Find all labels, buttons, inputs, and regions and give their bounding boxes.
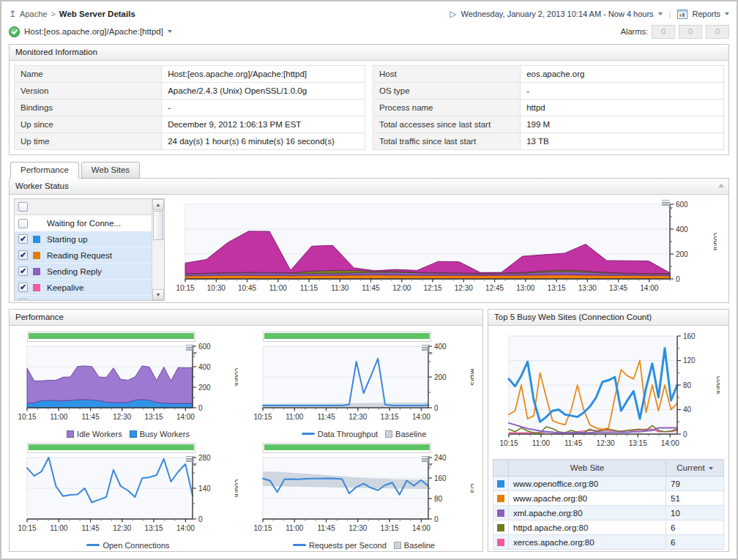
table-row[interactable]: xml.apache.org:8010 <box>493 506 724 520</box>
select-all-checkbox[interactable] <box>18 202 28 212</box>
legend-checkbox[interactable]: ✔ <box>18 250 28 260</box>
legend-label: Data Throughput <box>318 430 378 438</box>
svg-text:12:45: 12:45 <box>485 284 504 292</box>
series-color-swatch <box>497 480 504 488</box>
website-cell[interactable]: httpd.apache.org:80 <box>509 520 666 535</box>
status-ok-icon <box>9 26 20 37</box>
legend-checkbox[interactable] <box>18 219 28 228</box>
legend-label: Waiting for Conne... <box>47 219 121 228</box>
navigate-up-icon[interactable]: ↥ <box>9 9 16 19</box>
current-value-cell: 10 <box>666 506 724 520</box>
health-status-fill <box>264 444 430 450</box>
performance-chart-cell-idle-busy: 020040060010:1511:0011:4512:3013:1514:00… <box>15 332 241 437</box>
svg-text:13:45: 13:45 <box>609 284 627 292</box>
alarms-label: Alarms: <box>621 27 648 36</box>
chart-options-icon[interactable] <box>662 200 671 208</box>
alarm-count-boxes: 000 <box>652 25 729 39</box>
legend-checkbox[interactable]: ✔ <box>18 299 28 300</box>
legend-checkbox[interactable]: ✔ <box>18 283 28 292</box>
legend-item: Baseline <box>385 430 426 438</box>
panel-title: Monitored Information <box>10 45 728 61</box>
series-color-cell <box>493 506 509 520</box>
website-cell[interactable]: xerces.apache.org:80 <box>509 535 666 550</box>
chart-req-per-sec: 08016024010:1511:0011:4512:3013:1514:00c… <box>251 453 477 540</box>
table-row[interactable]: xerces.apache.org:806 <box>493 535 724 550</box>
info-value: - <box>521 83 724 100</box>
top5-body: 0408012016010:1511:0011:4512:3013:1514:0… <box>488 326 728 550</box>
performance-chart-cell-throughput: 020040010:1511:0011:4512:3013:1514:00MB/… <box>251 332 477 437</box>
scrollbar[interactable]: ▲ ▼ <box>152 199 164 300</box>
legend-row[interactable]: ✔Sending Reply <box>15 264 152 280</box>
breadcrumb-separator: > <box>51 10 55 18</box>
web-server-details-page: ↥ Apache > Web Server Details ▷​ Wednesd… <box>0 0 738 560</box>
website-cell[interactable]: www.openoffice.org:80 <box>509 477 666 491</box>
website-cell[interactable]: www.apache.org:80 <box>509 491 666 506</box>
breadcrumb-root[interactable]: Apache <box>20 10 47 18</box>
series-color-swatch <box>33 220 40 227</box>
legend-row[interactable]: ✔Starting up <box>15 231 152 247</box>
legend-checkbox[interactable]: ✔ <box>18 266 28 276</box>
scroll-up-icon[interactable]: ▲ <box>152 199 164 210</box>
svg-text:14:00: 14:00 <box>412 524 430 532</box>
svg-text:10:15: 10:15 <box>176 284 194 292</box>
legend-label: Busy Workers <box>140 430 190 438</box>
legend-swatch <box>86 544 100 546</box>
legend-item: Busy Workers <box>130 430 190 438</box>
svg-text:12:30: 12:30 <box>348 524 367 532</box>
health-status-fill <box>29 444 194 450</box>
current-value-cell: 51 <box>666 491 724 506</box>
chart-options-icon[interactable] <box>422 456 431 464</box>
chart-options-icon[interactable] <box>186 345 195 353</box>
series-color-cell <box>493 520 509 535</box>
svg-text:0: 0 <box>683 430 687 438</box>
info-value: eos.apache.org <box>521 66 724 83</box>
tab-performance[interactable]: Performance <box>10 162 79 179</box>
svg-text:140: 140 <box>198 485 211 493</box>
table-row[interactable]: httpd.apache.org:806 <box>493 520 724 535</box>
alarms-summary: Alarms: 000 <box>621 25 729 39</box>
tab-web-sites[interactable]: Web Sites <box>81 162 140 179</box>
svg-text:11:00: 11:00 <box>50 413 68 421</box>
scrollbar-thumb[interactable] <box>153 211 163 240</box>
svg-text:10:15: 10:15 <box>18 413 36 421</box>
table-row[interactable]: www.apache.org:8051 <box>493 491 724 506</box>
svg-text:11:30: 11:30 <box>331 284 349 292</box>
svg-text:280: 280 <box>198 454 211 462</box>
collapse-icon[interactable] <box>718 184 724 187</box>
time-range-selector[interactable]: Wednesday, January 2, 2013 10:14 AM - No… <box>461 10 653 18</box>
legend-checkbox[interactable]: ✔ <box>18 234 28 244</box>
table-row[interactable]: www.openoffice.org:8079 <box>493 477 724 491</box>
chart-options-icon[interactable] <box>422 345 431 353</box>
series-color-swatch <box>33 268 40 275</box>
chart-options-icon[interactable] <box>186 456 195 464</box>
info-value: 13 TB <box>521 133 724 150</box>
svg-text:0: 0 <box>434 404 439 412</box>
svg-text:13:15: 13:15 <box>548 284 566 292</box>
chevron-down-icon <box>168 30 172 33</box>
reports-button[interactable]: Reports <box>692 10 720 18</box>
scroll-down-icon[interactable]: ▼ <box>152 289 164 300</box>
website-column-header[interactable]: Web Site <box>509 460 666 477</box>
svg-text:13:15: 13:15 <box>381 413 399 421</box>
worker-status-body: Waiting for Conne...✔Starting up✔Reading… <box>10 195 728 302</box>
svg-text:0: 0 <box>198 404 203 412</box>
website-cell[interactable]: xml.apache.org:80 <box>509 506 666 520</box>
health-status-bar <box>27 332 195 342</box>
legend-row[interactable]: ✔Keepalive <box>15 280 152 296</box>
info-value: Apache/2.4.3 (Unix) OpenSSL/1.0.0g <box>162 83 365 100</box>
svg-text:14:00: 14:00 <box>412 413 430 421</box>
host-selector[interactable]: Host:[eos.apache.org]/Apache:[httpd] <box>9 26 172 37</box>
legend-item: Idle Workers <box>67 430 122 438</box>
series-color-swatch <box>497 509 504 517</box>
legend-row[interactable]: ✔Reading Request <box>15 247 152 264</box>
health-status-fill <box>264 333 430 339</box>
legend-swatch <box>394 542 401 549</box>
top5-websites-panel: Top 5 Busy Web Sites (Connection Count) … <box>488 309 729 552</box>
current-column-header[interactable]: Current <box>666 460 724 477</box>
sort-desc-icon <box>709 467 713 470</box>
legend-row[interactable]: Waiting for Conne... <box>15 215 152 231</box>
page-title: Web Server Details <box>59 10 135 18</box>
health-status-bar <box>263 332 431 342</box>
legend-item: Requests per Second <box>293 541 387 550</box>
legend-row[interactable]: ✔DNS Lookup <box>15 296 152 300</box>
